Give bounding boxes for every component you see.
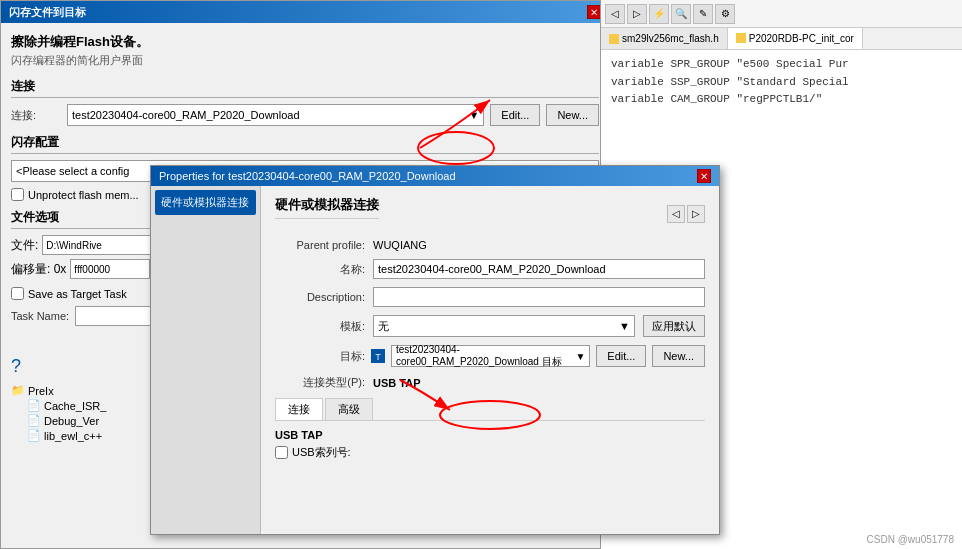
code-line-2: variable SSP_GROUP "Standard Special bbox=[611, 74, 952, 92]
template-label: 模板: bbox=[275, 319, 365, 334]
save-task-checkbox[interactable] bbox=[11, 287, 24, 300]
description-label: Description: bbox=[275, 291, 365, 303]
tab-label-flash: sm29lv256mc_flash.h bbox=[622, 33, 719, 44]
usb-serial-row: USB索列号: bbox=[275, 445, 705, 460]
offset-input[interactable] bbox=[70, 259, 150, 279]
unprotect-checkbox[interactable] bbox=[11, 188, 24, 201]
properties-sidebar: 硬件或模拟器连接 bbox=[151, 186, 261, 534]
usb-serial-checkbox[interactable] bbox=[275, 446, 288, 459]
name-row: 名称: bbox=[275, 259, 705, 279]
new-button[interactable]: New... bbox=[546, 104, 599, 126]
name-input[interactable] bbox=[373, 259, 705, 279]
tab-init-cor[interactable]: P2020RDB-PC_init_cor bbox=[728, 28, 863, 49]
nav-back[interactable]: ◁ bbox=[667, 205, 685, 223]
file-icon-debug: 📄 bbox=[27, 414, 41, 427]
target-value: test20230404-core00_RAM_P2020_Download 目… bbox=[396, 344, 575, 369]
tab-icon-flash bbox=[609, 34, 619, 44]
tree-label-prefix: PreIx bbox=[28, 385, 54, 397]
template-value: 无 bbox=[378, 319, 619, 334]
properties-dialog: Properties for test20230404-core00_RAM_P… bbox=[150, 165, 720, 535]
folder-icon: 📁 bbox=[11, 384, 25, 397]
nav-forward[interactable]: ▷ bbox=[687, 205, 705, 223]
target-dropdown[interactable]: test20230404-core00_RAM_P2020_Download 目… bbox=[391, 345, 590, 367]
properties-title: Properties for test20230404-core00_RAM_P… bbox=[159, 170, 456, 182]
parent-profile-label: Parent profile: bbox=[275, 239, 365, 251]
task-name-label: Task Name: bbox=[11, 310, 69, 322]
target-edit-button[interactable]: Edit... bbox=[596, 345, 646, 367]
flash-heading: 擦除并编程Flash设备。 bbox=[11, 33, 599, 51]
tab-icon-init bbox=[736, 33, 746, 43]
tree-label-lib: lib_ewl_c++ bbox=[44, 430, 102, 442]
flash-window-title: 闪存文件到目标 bbox=[9, 5, 86, 20]
flash-subtext: 闪存编程器的简化用户界面 bbox=[11, 53, 599, 68]
tree-label-debug: Debug_Ver bbox=[44, 415, 99, 427]
toolbar-btn-5[interactable]: ✎ bbox=[693, 4, 713, 24]
target-new-button[interactable]: New... bbox=[652, 345, 705, 367]
flash-config-label: 闪存配置 bbox=[11, 134, 599, 154]
usb-serial-label: USB索列号: bbox=[292, 445, 351, 460]
offset-label: 偏移量: 0x bbox=[11, 261, 66, 278]
toolbar-btn-2[interactable]: ▷ bbox=[627, 4, 647, 24]
connection-type-label: 连接类型(P): bbox=[275, 375, 365, 390]
tab-flash-h[interactable]: sm29lv256mc_flash.h bbox=[601, 28, 728, 49]
target-row: 目标: T test20230404-core00_RAM_P2020_Down… bbox=[275, 345, 705, 367]
toolbar-btn-6[interactable]: ⚙ bbox=[715, 4, 735, 24]
apply-default-button[interactable]: 应用默认 bbox=[643, 315, 705, 337]
props-tabs: 连接 高级 bbox=[275, 398, 705, 421]
file-label: 文件: bbox=[11, 237, 38, 254]
usb-tap-label: USB TAP bbox=[275, 429, 705, 441]
template-select[interactable]: 无 ▼ bbox=[373, 315, 635, 337]
help-icon[interactable]: ? bbox=[11, 356, 21, 376]
connection-type-row: 连接类型(P): USB TAP bbox=[275, 375, 705, 390]
config-placeholder: <Please select a config bbox=[16, 165, 129, 177]
target-icon: T bbox=[371, 349, 385, 363]
connection-label: 连接: bbox=[11, 108, 61, 123]
properties-close-button[interactable]: ✕ bbox=[697, 169, 711, 183]
toolbar-btn-3[interactable]: ⚡ bbox=[649, 4, 669, 24]
tree-label-cache: Cache_ISR_ bbox=[44, 400, 106, 412]
properties-title-bar: Properties for test20230404-core00_RAM_P… bbox=[151, 166, 719, 186]
flash-window-close[interactable]: ✕ bbox=[587, 5, 601, 19]
name-label: 名称: bbox=[275, 262, 365, 277]
flash-window-titlebar: 闪存文件到目标 ✕ bbox=[1, 1, 609, 23]
unprotect-label: Unprotect flash mem... bbox=[28, 189, 139, 201]
save-task-label: Save as Target Task bbox=[28, 288, 127, 300]
svg-text:T: T bbox=[375, 352, 381, 362]
toolbar-btn-1[interactable]: ◁ bbox=[605, 4, 625, 24]
file-icon-cache: 📄 bbox=[27, 399, 41, 412]
connection-type-value: USB TAP bbox=[373, 377, 420, 389]
connection-value: test20230404-core00_RAM_P2020_Download bbox=[72, 109, 300, 121]
props-tab-content: USB TAP USB索列号: bbox=[275, 429, 705, 460]
file-icon-lib: 📄 bbox=[27, 429, 41, 442]
description-row: Description: bbox=[275, 287, 705, 307]
code-toolbar: ◁ ▷ ⚡ 🔍 ✎ ⚙ bbox=[601, 0, 962, 28]
toolbar-btn-4[interactable]: 🔍 bbox=[671, 4, 691, 24]
edit-button[interactable]: Edit... bbox=[490, 104, 540, 126]
parent-profile-row: Parent profile: WUQIANG bbox=[275, 239, 705, 251]
connection-section-label: 连接 bbox=[11, 78, 599, 98]
nav-arrows: ◁ ▷ bbox=[667, 205, 705, 223]
code-tabs: sm29lv256mc_flash.h P2020RDB-PC_init_cor bbox=[601, 28, 962, 50]
code-content: variable SPR_GROUP "e500 Special Pur var… bbox=[601, 50, 962, 115]
template-row: 模板: 无 ▼ 应用默认 bbox=[275, 315, 705, 337]
props-tab-connection[interactable]: 连接 bbox=[275, 398, 323, 420]
props-section-title: 硬件或模拟器连接 bbox=[275, 196, 379, 219]
tab-label-init: P2020RDB-PC_init_cor bbox=[749, 33, 854, 44]
connection-row: 连接: test20230404-core00_RAM_P2020_Downlo… bbox=[11, 104, 599, 126]
target-label: 目标: bbox=[275, 349, 365, 364]
sidebar-item-hw-connection[interactable]: 硬件或模拟器连接 bbox=[155, 190, 256, 215]
props-tab-advanced[interactable]: 高级 bbox=[325, 398, 373, 420]
connection-dropdown[interactable]: test20230404-core00_RAM_P2020_Download ▼ bbox=[67, 104, 484, 126]
properties-main-content: 硬件或模拟器连接 ◁ ▷ Parent profile: WUQIANG 名称:… bbox=[261, 186, 719, 534]
description-input[interactable] bbox=[373, 287, 705, 307]
parent-profile-value: WUQIANG bbox=[373, 239, 427, 251]
properties-body: 硬件或模拟器连接 硬件或模拟器连接 ◁ ▷ Parent profile: WU… bbox=[151, 186, 719, 534]
code-line-1: variable SPR_GROUP "e500 Special Pur bbox=[611, 56, 952, 74]
code-line-3: variable CAM_GROUP "regPPCTLB1/" bbox=[611, 91, 952, 109]
watermark: CSDN @wu051778 bbox=[867, 534, 954, 545]
